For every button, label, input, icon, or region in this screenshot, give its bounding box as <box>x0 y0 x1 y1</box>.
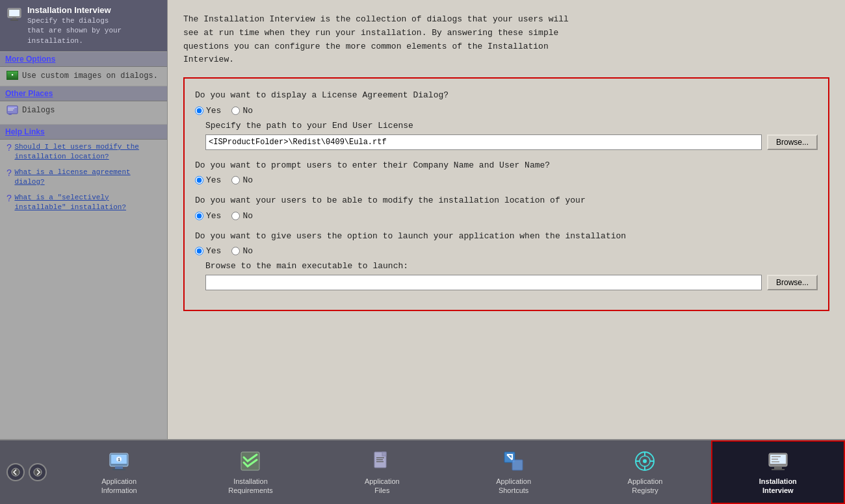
help-label-2: What is a "selectively installable" inst… <box>14 193 162 213</box>
application-registry-icon <box>633 449 656 473</box>
question-4-text: Do you want to give users the option to … <box>195 230 818 243</box>
svg-rect-24 <box>512 460 523 470</box>
question-2-no-radio[interactable] <box>231 176 240 184</box>
question-2-text: Do you want to prompt users to enter the… <box>195 159 818 172</box>
toolbar-application-files[interactable]: ApplicationFiles <box>317 440 448 504</box>
question-1-text: Do you want to display a License Agreeme… <box>195 89 818 102</box>
custom-images-label: Use custom images on dialogs. <box>22 71 158 82</box>
question-1-radios: Yes No <box>195 106 818 116</box>
svg-rect-22 <box>376 461 384 462</box>
more-options-section: More Options <box>0 51 167 67</box>
eula-browse-button[interactable]: Browse... <box>767 134 818 150</box>
question-3-yes-radio[interactable] <box>195 212 203 220</box>
svg-rect-21 <box>376 459 383 460</box>
help-links-link[interactable]: Help Links <box>5 127 45 136</box>
question-3-yes-label[interactable]: Yes <box>195 211 221 221</box>
svg-rect-38 <box>772 461 779 462</box>
nav-back-button[interactable] <box>6 463 25 481</box>
help-label-0: Should I let users modify the installati… <box>14 142 162 162</box>
help-item-0[interactable]: ? Should I let users modify the installa… <box>0 140 167 165</box>
toolbar-installation-requirements-label: InstallationRequirements <box>228 477 272 496</box>
svg-point-27 <box>643 459 647 463</box>
svg-point-10 <box>34 468 42 476</box>
svg-text:i: i <box>118 457 120 462</box>
installation-interview-icon <box>766 449 790 473</box>
help-item-1[interactable]: ? What is a license agreement dialog? <box>0 165 167 190</box>
question-4-yes-label[interactable]: Yes <box>195 246 221 256</box>
question-4-yes-radio[interactable] <box>195 247 203 255</box>
dialogs-label: Dialogs <box>22 105 55 116</box>
custom-images-item[interactable]: ▪ Use custom images on dialogs. <box>0 67 167 86</box>
help-icon-1: ? <box>6 168 12 179</box>
svg-point-9 <box>12 468 20 476</box>
svg-rect-35 <box>772 469 785 470</box>
app-information-icon: i <box>107 449 131 473</box>
question-1-no-radio[interactable] <box>231 107 240 115</box>
eula-path-input[interactable] <box>205 134 762 150</box>
toolbar-installation-interview-label: InstallationInterview <box>759 477 797 496</box>
svg-rect-1 <box>9 10 20 16</box>
svg-rect-6 <box>8 108 14 109</box>
sidebar-description: Specify the dialogsthat are shown by you… <box>27 16 122 46</box>
executable-path-input[interactable] <box>205 275 762 290</box>
question-1-yes-radio[interactable] <box>195 107 203 115</box>
svg-rect-20 <box>376 457 384 459</box>
question-4-input-row: Browse... <box>195 275 818 290</box>
sidebar-header-icon <box>6 6 22 22</box>
dialogs-item[interactable]: Dialogs <box>0 101 167 124</box>
toolbar-app-information[interactable]: i ApplicationInformation <box>53 440 185 504</box>
question-2: Do you want to prompt users to enter the… <box>195 159 818 186</box>
question-1-input-row: Browse... <box>195 134 818 150</box>
question-4-no-radio[interactable] <box>231 247 240 255</box>
question-2-yes-label[interactable]: Yes <box>195 175 221 185</box>
toolbar-installation-requirements[interactable]: InstallationRequirements <box>185 440 316 504</box>
question-2-radios: Yes No <box>195 175 818 185</box>
svg-rect-3 <box>10 19 18 21</box>
svg-rect-36 <box>772 456 781 457</box>
toolbar-application-shortcuts[interactable]: ApplicationShortcuts <box>448 440 579 504</box>
content-area: The Installation Interview is the collec… <box>168 0 845 439</box>
toolbar-nav <box>0 440 53 504</box>
question-3-text: Do you want your users to be able to mod… <box>195 194 818 207</box>
dialogs-icon <box>6 105 18 120</box>
interview-box: Do you want to display a License Agreeme… <box>183 77 829 311</box>
question-2-yes-radio[interactable] <box>195 176 203 184</box>
question-3-no-radio[interactable] <box>231 212 240 220</box>
question-1-yes-label[interactable]: Yes <box>195 106 221 116</box>
other-places-section: Other Places <box>0 86 167 101</box>
help-links-section: Help Links <box>0 124 167 140</box>
installation-requirements-icon <box>239 449 262 473</box>
sidebar: Installation Interview Specify the dialo… <box>0 0 168 439</box>
question-4-no-label[interactable]: No <box>231 246 253 256</box>
svg-rect-19 <box>382 452 386 456</box>
help-item-2[interactable]: ? What is a "selectively installable" in… <box>0 190 167 216</box>
svg-rect-5 <box>8 107 17 108</box>
svg-rect-8 <box>8 114 12 115</box>
executable-browse-button[interactable]: Browse... <box>767 275 818 290</box>
question-3-no-label[interactable]: No <box>231 211 253 221</box>
help-icon-0: ? <box>6 143 12 153</box>
question-2-no-label[interactable]: No <box>231 175 253 185</box>
help-label-1: What is a license agreement dialog? <box>14 168 162 188</box>
bottom-toolbar: i ApplicationInformation InstallationReq… <box>0 439 845 504</box>
application-shortcuts-icon <box>502 449 525 473</box>
toolbar-app-information-label: ApplicationInformation <box>101 477 137 496</box>
sidebar-title: Installation Interview <box>27 5 122 15</box>
question-1-sublabel: Specify the path to your End User Licens… <box>195 121 818 131</box>
question-1: Do you want to display a License Agreeme… <box>195 89 818 150</box>
svg-rect-7 <box>8 110 13 110</box>
other-places-link[interactable]: Other Places <box>5 89 53 98</box>
question-4-radios: Yes No <box>195 246 818 256</box>
help-icon-2: ? <box>6 194 12 204</box>
toolbar-application-registry-label: ApplicationRegistry <box>628 477 663 496</box>
nav-forward-button[interactable] <box>29 463 47 481</box>
toolbar-installation-interview[interactable]: InstallationInterview <box>711 440 845 504</box>
toolbar-items: i ApplicationInformation InstallationReq… <box>53 440 845 504</box>
intro-text: The Installation Interview is the collec… <box>183 13 829 67</box>
main-area: Installation Interview Specify the dialo… <box>0 0 845 439</box>
question-1-no-label[interactable]: No <box>231 106 253 116</box>
more-options-link[interactable]: More Options <box>5 55 55 64</box>
toolbar-application-registry[interactable]: ApplicationRegistry <box>579 440 710 504</box>
application-files-icon <box>370 449 394 473</box>
toolbar-application-files-label: ApplicationFiles <box>365 477 400 496</box>
